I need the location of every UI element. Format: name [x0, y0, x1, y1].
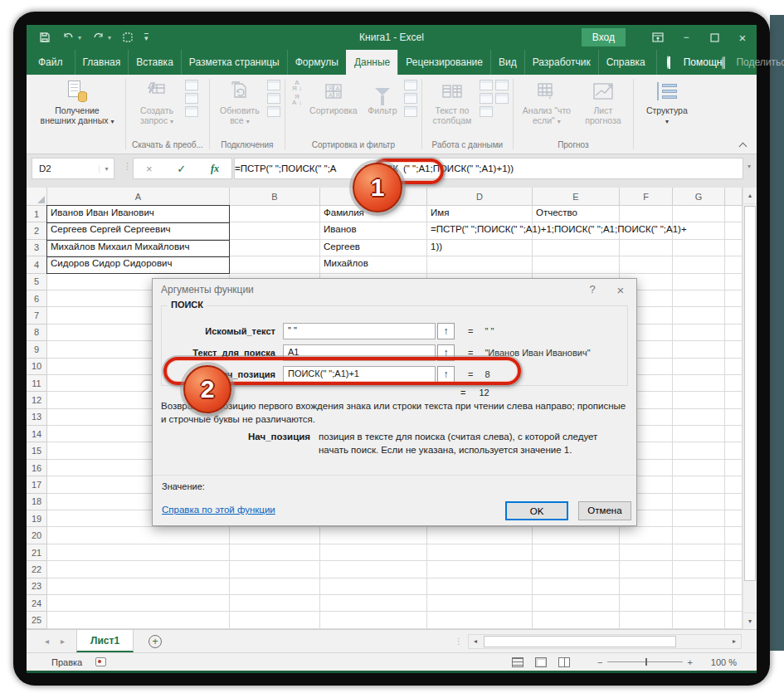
row-header-23[interactable]: 23 [27, 578, 47, 595]
normal-view-icon[interactable] [512, 657, 523, 667]
cell-E22[interactable] [533, 561, 620, 578]
row-header-2[interactable]: 2 [27, 222, 47, 239]
cell-G18[interactable] [673, 494, 725, 510]
row-header-1[interactable]: 1 [27, 206, 47, 222]
cell-D3[interactable]: 1)) [427, 240, 533, 256]
column-header-partial[interactable] [725, 188, 743, 206]
collapse-ribbon-icon[interactable] [740, 141, 747, 148]
cell-partial[interactable] [725, 222, 743, 239]
filter-button[interactable]: Фильтр [363, 76, 402, 118]
cell-G6[interactable] [673, 290, 725, 307]
forecast-sheet-button[interactable]: Лист прогноза [577, 76, 629, 128]
share-button[interactable]: Поделиться [722, 50, 784, 75]
cell-D20[interactable] [427, 527, 533, 544]
cell-G21[interactable] [673, 544, 725, 561]
cell-E3[interactable] [533, 240, 620, 256]
cell-partial[interactable] [725, 392, 743, 408]
sheet-nav-right-icon[interactable]: ▸ [61, 637, 65, 646]
cancel-entry-icon[interactable]: × [146, 163, 153, 175]
tab-home[interactable]: Главная [75, 50, 129, 75]
cell-G20[interactable] [673, 527, 725, 544]
sort-za-icon[interactable]: ЯА ↓ [290, 94, 304, 105]
horizontal-scrollbar[interactable]: ◂ ▸ [468, 634, 742, 649]
column-header-B[interactable]: B [230, 188, 320, 206]
cell-A23[interactable] [47, 578, 230, 595]
enter-entry-icon[interactable]: ✓ [177, 163, 186, 175]
cell-E23[interactable] [533, 578, 620, 595]
cell-D21[interactable] [427, 544, 533, 561]
cell-D23[interactable] [427, 578, 533, 595]
row-header-12[interactable]: 12 [27, 392, 47, 408]
horizontal-scrollbar-track[interactable] [482, 635, 728, 648]
cell-partial[interactable] [725, 426, 743, 442]
cell-A25[interactable] [47, 612, 230, 628]
cell-B1[interactable] [230, 206, 320, 222]
cell-F4[interactable] [620, 256, 673, 273]
expand-formula-bar-icon[interactable]: ▾ [743, 163, 755, 170]
cell-D24[interactable] [427, 595, 533, 612]
row-header-3[interactable]: 3 [27, 240, 47, 256]
scroll-down-icon[interactable]: ▾ [743, 613, 757, 629]
cell-G8[interactable] [673, 325, 725, 341]
select-all-corner[interactable] [27, 188, 47, 206]
page-layout-view-icon[interactable] [535, 657, 547, 667]
cell-D22[interactable] [427, 561, 533, 578]
cell-D25[interactable] [427, 612, 533, 628]
cell-B20[interactable] [230, 527, 320, 544]
tab-page-layout[interactable]: Разметка страницы [181, 50, 287, 75]
insert-function-icon[interactable]: fx [211, 163, 219, 175]
save-icon[interactable] [38, 31, 51, 44]
redo-icon[interactable] [91, 31, 105, 44]
cell-partial[interactable] [725, 409, 743, 426]
macro-recording-icon[interactable] [95, 657, 106, 666]
cell-F20[interactable] [620, 527, 673, 544]
row-header-14[interactable]: 14 [27, 426, 47, 442]
cell-G24[interactable] [673, 595, 725, 612]
row-header-19[interactable]: 19 [27, 510, 47, 527]
remove-duplicates-icon[interactable] [480, 93, 493, 104]
cancel-button[interactable]: Отмена [578, 501, 631, 520]
row-header-5[interactable]: 5 [27, 274, 47, 290]
maximize-icon[interactable] [700, 25, 728, 50]
cell-D4[interactable] [427, 256, 533, 273]
cell-partial[interactable] [725, 595, 743, 612]
scroll-right-icon[interactable]: ▸ [728, 635, 741, 648]
cell-partial[interactable] [725, 274, 743, 290]
formula-input[interactable]: =ПСТР(" ";ПОИСК(" ";А ПОИСК (" ";А1;ПОИС… [234, 158, 743, 179]
cell-G9[interactable] [673, 341, 725, 358]
cell-C25[interactable] [320, 612, 427, 628]
cell-F25[interactable] [620, 612, 673, 628]
row-header-11[interactable]: 11 [27, 375, 47, 392]
cell-F21[interactable] [620, 544, 673, 561]
formula-bar-splitter[interactable]: ⋮ [123, 161, 132, 172]
cell-partial[interactable] [725, 561, 743, 578]
relationships-icon[interactable] [480, 106, 493, 117]
cell-partial[interactable] [725, 375, 743, 392]
what-if-analysis-button[interactable]: ? Анализ "что если" ▾ [518, 76, 576, 129]
cell-partial[interactable] [725, 510, 743, 527]
column-header-F[interactable]: F [620, 188, 673, 206]
cell-G25[interactable] [673, 612, 725, 628]
scroll-left-icon[interactable]: ◂ [469, 635, 482, 648]
row-header-21[interactable]: 21 [27, 544, 47, 561]
column-header-A[interactable]: A [47, 188, 230, 206]
cell-A20[interactable] [47, 527, 230, 544]
from-table-icon[interactable] [185, 93, 198, 104]
cell-A3[interactable]: Михайлов Михаил Михайлович [47, 240, 230, 256]
cell-C22[interactable] [320, 561, 427, 578]
cell-G7[interactable] [673, 307, 725, 324]
minimize-icon[interactable]: − [672, 25, 700, 50]
cell-C2[interactable]: Иванов [320, 222, 427, 239]
new-query-button[interactable]: Создать запрос ▾ [130, 76, 183, 129]
cell-A2[interactable]: Сергеев Сергей Сергеевич [47, 222, 230, 239]
cell-G11[interactable] [673, 375, 725, 392]
zoom-in-icon[interactable]: + [688, 657, 693, 667]
cell-B2[interactable] [230, 222, 320, 239]
collapse-dialog-icon[interactable]: ↑ [437, 323, 455, 339]
tab-formulas[interactable]: Формулы [287, 50, 346, 75]
cell-partial[interactable] [725, 359, 743, 375]
cell-A21[interactable] [47, 544, 230, 561]
row-header-25[interactable]: 25 [27, 612, 47, 628]
tab-data[interactable]: Данные [346, 50, 397, 75]
cell-C21[interactable] [320, 544, 427, 561]
